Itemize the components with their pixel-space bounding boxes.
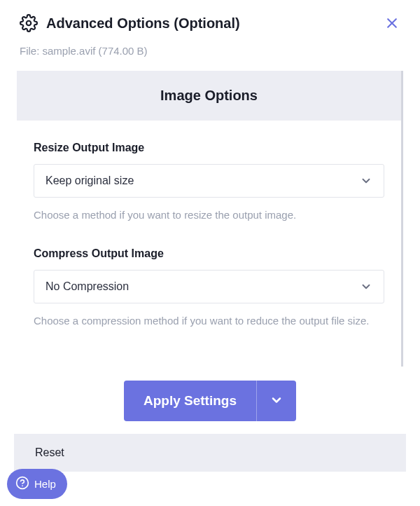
resize-label: Resize Output Image — [34, 142, 384, 154]
modal-title: Advanced Options (Optional) — [46, 15, 240, 32]
compress-help: Choose a compression method if you want … — [34, 313, 384, 329]
advanced-options-modal: Advanced Options (Optional) File: sample… — [0, 0, 420, 506]
resize-value: Keep original size — [46, 175, 134, 187]
file-label: File: — [20, 45, 39, 57]
compress-value: No Compression — [46, 280, 129, 293]
panel-body: Resize Output Image Keep original size C… — [17, 121, 403, 367]
resize-select[interactable]: Keep original size — [34, 164, 384, 198]
svg-point-0 — [27, 21, 31, 26]
compress-select[interactable]: No Compression — [34, 270, 384, 303]
panel-title: Image Options — [17, 71, 403, 121]
compress-field: Compress Output Image No Compression Cho… — [34, 247, 384, 329]
resize-field: Resize Output Image Keep original size C… — [34, 142, 384, 224]
chevron-down-icon — [360, 175, 372, 187]
help-label: Help — [34, 478, 56, 490]
gear-icon — [20, 14, 38, 32]
help-button[interactable]: Help — [7, 469, 67, 499]
apply-settings-button[interactable]: Apply Settings — [124, 381, 256, 421]
chevron-down-icon — [270, 393, 284, 409]
help-icon — [15, 476, 29, 492]
file-name: sample.avif — [43, 45, 96, 57]
resize-help: Choose a method if you want to resize th… — [34, 207, 384, 224]
chevron-down-icon — [360, 280, 372, 293]
close-button[interactable] — [384, 15, 400, 32]
header-left: Advanced Options (Optional) — [20, 14, 240, 32]
action-area: Apply Settings Reset — [0, 367, 420, 486]
compress-label: Compress Output Image — [34, 247, 384, 260]
apply-dropdown-button[interactable] — [256, 381, 296, 421]
file-size: (774.00 B) — [99, 45, 148, 57]
reset-button[interactable]: Reset — [14, 434, 406, 472]
file-info: File: sample.avif (774.00 B) — [0, 45, 420, 57]
modal-header: Advanced Options (Optional) — [0, 14, 420, 32]
apply-wrapper: Apply Settings — [124, 381, 296, 421]
options-panel: Image Options Resize Output Image Keep o… — [17, 71, 403, 367]
